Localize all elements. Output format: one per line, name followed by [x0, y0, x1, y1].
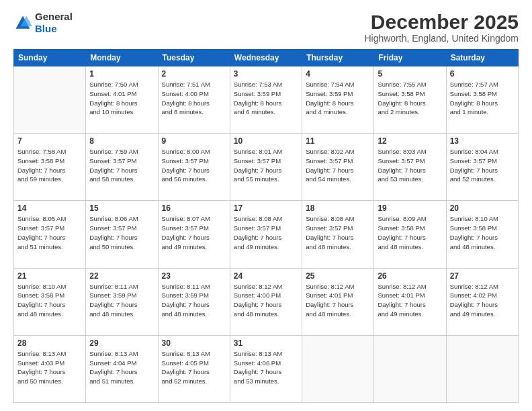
- calendar-header-row: Sunday Monday Tuesday Wednesday Thursday…: [14, 50, 519, 66]
- day-number: 17: [234, 203, 298, 213]
- cell-content: Sunrise: 8:13 AMSunset: 4:06 PMDaylight:…: [234, 349, 298, 386]
- day-number: 22: [89, 271, 154, 281]
- calendar-cell: 3Sunrise: 7:53 AMSunset: 3:59 PMDaylight…: [230, 66, 302, 134]
- day-number: 13: [450, 136, 515, 146]
- calendar-cell: 21Sunrise: 8:10 AMSunset: 3:58 PMDayligh…: [14, 268, 86, 335]
- calendar-cell: 17Sunrise: 8:08 AMSunset: 3:57 PMDayligh…: [230, 201, 302, 268]
- calendar-cell: 16Sunrise: 8:07 AMSunset: 3:57 PMDayligh…: [158, 201, 230, 268]
- cell-content: Sunrise: 8:08 AMSunset: 3:57 PMDaylight:…: [234, 214, 298, 251]
- day-number: 3: [234, 69, 298, 79]
- cell-content: Sunrise: 8:02 AMSunset: 3:57 PMDaylight:…: [306, 147, 370, 184]
- day-number: 30: [162, 338, 226, 348]
- day-number: 1: [89, 69, 154, 79]
- calendar-cell: [446, 335, 518, 402]
- calendar-cell: 30Sunrise: 8:13 AMSunset: 4:05 PMDayligh…: [158, 335, 230, 402]
- cell-content: Sunrise: 8:12 AMSunset: 4:01 PMDaylight:…: [306, 282, 370, 319]
- day-number: 8: [89, 136, 154, 146]
- day-number: 11: [306, 136, 370, 146]
- cell-content: Sunrise: 8:13 AMSunset: 4:03 PMDaylight:…: [17, 349, 82, 386]
- calendar-cell: [302, 335, 374, 402]
- calendar-cell: 4Sunrise: 7:54 AMSunset: 3:59 PMDaylight…: [302, 66, 374, 134]
- day-number: 18: [306, 203, 370, 213]
- day-number: 19: [378, 203, 442, 213]
- calendar-cell: 20Sunrise: 8:10 AMSunset: 3:58 PMDayligh…: [446, 201, 518, 268]
- header-thursday: Thursday: [302, 50, 374, 66]
- calendar-week-4: 28Sunrise: 8:13 AMSunset: 4:03 PMDayligh…: [14, 335, 519, 402]
- cell-content: Sunrise: 8:12 AMSunset: 4:00 PMDaylight:…: [234, 282, 298, 319]
- day-number: 21: [17, 271, 82, 281]
- day-number: 12: [378, 136, 442, 146]
- cell-content: Sunrise: 8:12 AMSunset: 4:02 PMDaylight:…: [450, 282, 515, 319]
- day-number: 15: [89, 203, 154, 213]
- calendar-cell: 25Sunrise: 8:12 AMSunset: 4:01 PMDayligh…: [302, 268, 374, 335]
- calendar-week-2: 14Sunrise: 8:05 AMSunset: 3:57 PMDayligh…: [14, 201, 519, 268]
- day-number: 4: [306, 69, 370, 79]
- location-title: Highworth, England, United Kingdom: [364, 33, 519, 44]
- header-friday: Friday: [374, 50, 446, 66]
- calendar-cell: 26Sunrise: 8:12 AMSunset: 4:01 PMDayligh…: [374, 268, 446, 335]
- day-number: 5: [378, 69, 442, 79]
- calendar-cell: 19Sunrise: 8:09 AMSunset: 3:58 PMDayligh…: [374, 201, 446, 268]
- cell-content: Sunrise: 8:09 AMSunset: 3:58 PMDaylight:…: [378, 214, 442, 251]
- cell-content: Sunrise: 8:13 AMSunset: 4:04 PMDaylight:…: [89, 349, 154, 386]
- calendar-cell: [14, 66, 86, 134]
- cell-content: Sunrise: 8:01 AMSunset: 3:57 PMDaylight:…: [234, 147, 298, 184]
- calendar-cell: 8Sunrise: 7:59 AMSunset: 3:57 PMDaylight…: [86, 134, 158, 201]
- day-number: 25: [306, 271, 370, 281]
- calendar-cell: 23Sunrise: 8:11 AMSunset: 3:59 PMDayligh…: [158, 268, 230, 335]
- calendar-cell: 27Sunrise: 8:12 AMSunset: 4:02 PMDayligh…: [446, 268, 518, 335]
- day-number: 2: [162, 69, 226, 79]
- calendar-cell: 28Sunrise: 8:13 AMSunset: 4:03 PMDayligh…: [14, 335, 86, 402]
- title-area: December 2025 Highworth, England, United…: [364, 11, 519, 44]
- header-wednesday: Wednesday: [230, 50, 302, 66]
- cell-content: Sunrise: 8:06 AMSunset: 3:57 PMDaylight:…: [89, 214, 154, 251]
- calendar-week-1: 7Sunrise: 7:58 AMSunset: 3:58 PMDaylight…: [14, 134, 519, 201]
- calendar-cell: 2Sunrise: 7:51 AMSunset: 4:00 PMDaylight…: [158, 66, 230, 134]
- cell-content: Sunrise: 7:51 AMSunset: 4:00 PMDaylight:…: [162, 80, 226, 117]
- cell-content: Sunrise: 7:50 AMSunset: 4:01 PMDaylight:…: [89, 80, 154, 117]
- cell-content: Sunrise: 8:07 AMSunset: 3:57 PMDaylight:…: [162, 214, 226, 251]
- header-tuesday: Tuesday: [158, 50, 230, 66]
- day-number: 6: [450, 69, 515, 79]
- day-number: 14: [17, 203, 82, 213]
- cell-content: Sunrise: 8:03 AMSunset: 3:57 PMDaylight:…: [378, 147, 442, 184]
- calendar-cell: 6Sunrise: 7:57 AMSunset: 3:58 PMDaylight…: [446, 66, 518, 134]
- logo-blue: Blue: [35, 23, 57, 34]
- day-number: 28: [17, 338, 82, 348]
- calendar-cell: 7Sunrise: 7:58 AMSunset: 3:58 PMDaylight…: [14, 134, 86, 201]
- logo-general: General: [35, 11, 73, 22]
- cell-content: Sunrise: 8:12 AMSunset: 4:01 PMDaylight:…: [378, 282, 442, 319]
- day-number: 29: [89, 338, 154, 348]
- header-monday: Monday: [86, 50, 158, 66]
- page: General Blue December 2025 Highworth, En…: [0, 0, 532, 411]
- day-number: 31: [234, 338, 298, 348]
- cell-content: Sunrise: 7:55 AMSunset: 3:58 PMDaylight:…: [378, 80, 442, 117]
- calendar-cell: 24Sunrise: 8:12 AMSunset: 4:00 PMDayligh…: [230, 268, 302, 335]
- cell-content: Sunrise: 8:10 AMSunset: 3:58 PMDaylight:…: [450, 214, 515, 251]
- header: General Blue December 2025 Highworth, En…: [13, 11, 519, 44]
- calendar-cell: 22Sunrise: 8:11 AMSunset: 3:59 PMDayligh…: [86, 268, 158, 335]
- cell-content: Sunrise: 8:13 AMSunset: 4:05 PMDaylight:…: [162, 349, 226, 386]
- calendar-cell: 15Sunrise: 8:06 AMSunset: 3:57 PMDayligh…: [86, 201, 158, 268]
- calendar-cell: 14Sunrise: 8:05 AMSunset: 3:57 PMDayligh…: [14, 201, 86, 268]
- logo-icon: [13, 13, 32, 32]
- calendar-cell: 9Sunrise: 8:00 AMSunset: 3:57 PMDaylight…: [158, 134, 230, 201]
- day-number: 9: [162, 136, 226, 146]
- cell-content: Sunrise: 8:08 AMSunset: 3:57 PMDaylight:…: [306, 214, 370, 251]
- calendar-cell: 10Sunrise: 8:01 AMSunset: 3:57 PMDayligh…: [230, 134, 302, 201]
- calendar-week-0: 1Sunrise: 7:50 AMSunset: 4:01 PMDaylight…: [14, 66, 519, 134]
- calendar-cell: 18Sunrise: 8:08 AMSunset: 3:57 PMDayligh…: [302, 201, 374, 268]
- cell-content: Sunrise: 8:04 AMSunset: 3:57 PMDaylight:…: [450, 147, 515, 184]
- cell-content: Sunrise: 7:59 AMSunset: 3:57 PMDaylight:…: [89, 147, 154, 184]
- day-number: 27: [450, 271, 515, 281]
- cell-content: Sunrise: 8:10 AMSunset: 3:58 PMDaylight:…: [17, 282, 82, 319]
- calendar-cell: [374, 335, 446, 402]
- logo-text: General Blue: [35, 11, 73, 35]
- day-number: 23: [162, 271, 226, 281]
- day-number: 16: [162, 203, 226, 213]
- calendar-week-3: 21Sunrise: 8:10 AMSunset: 3:58 PMDayligh…: [14, 268, 519, 335]
- calendar-cell: 1Sunrise: 7:50 AMSunset: 4:01 PMDaylight…: [86, 66, 158, 134]
- header-saturday: Saturday: [446, 50, 518, 66]
- day-number: 26: [378, 271, 442, 281]
- cell-content: Sunrise: 7:58 AMSunset: 3:58 PMDaylight:…: [17, 147, 82, 184]
